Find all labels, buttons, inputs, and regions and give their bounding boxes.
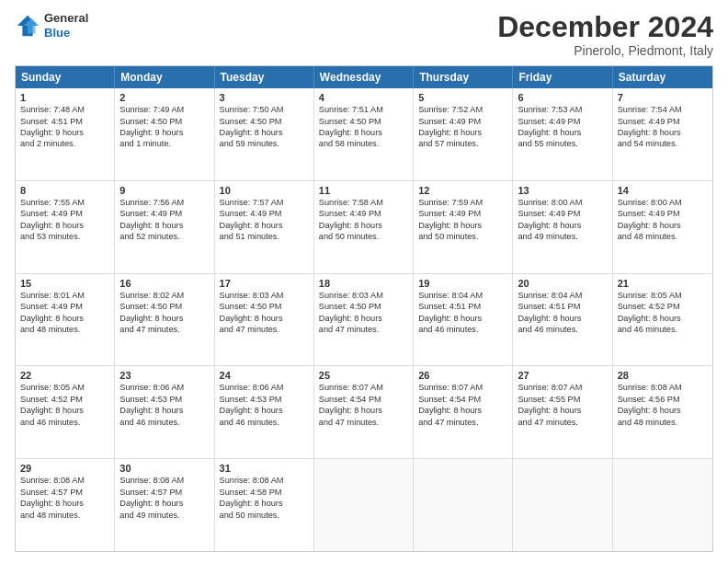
day-17: 17 Sunrise: 8:03 AM Sunset: 4:50 PM Dayl… [215,274,314,366]
month-title: December 2024 [497,11,713,43]
week-row-5: 29 Sunrise: 8:08 AM Sunset: 4:57 PM Dayl… [16,458,712,551]
logo-text: General Blue [44,11,88,40]
day-2: 2 Sunrise: 7:49 AM Sunset: 4:50 PM Dayli… [115,88,214,180]
logo-general: General [44,11,88,26]
day-3: 3 Sunrise: 7:50 AM Sunset: 4:50 PM Dayli… [215,88,314,180]
header-friday: Friday [513,66,612,88]
location: Pinerolo, Piedmont, Italy [497,43,713,58]
day-9: 9 Sunrise: 7:56 AM Sunset: 4:49 PM Dayli… [115,181,214,273]
empty-cell-1 [314,459,414,551]
header-wednesday: Wednesday [314,66,414,88]
day-15: 15 Sunrise: 8:01 AM Sunset: 4:49 PM Dayl… [16,274,115,366]
day-4: 4 Sunrise: 7:51 AM Sunset: 4:50 PM Dayli… [314,88,414,180]
header-sunday: Sunday [16,66,115,88]
page: General Blue December 2024 Pinerolo, Pie… [0,0,728,563]
day-22: 22 Sunrise: 8:05 AM Sunset: 4:52 PM Dayl… [16,366,115,458]
day-12: 12 Sunrise: 7:59 AM Sunset: 4:49 PM Dayl… [414,181,513,273]
day-10: 10 Sunrise: 7:57 AM Sunset: 4:49 PM Dayl… [215,181,314,273]
day-20: 20 Sunrise: 8:04 AM Sunset: 4:51 PM Dayl… [513,274,612,366]
day-24: 24 Sunrise: 8:06 AM Sunset: 4:53 PM Dayl… [215,366,314,458]
title-block: December 2024 Pinerolo, Piedmont, Italy [497,11,713,58]
day-25: 25 Sunrise: 8:07 AM Sunset: 4:54 PM Dayl… [314,366,414,458]
header-tuesday: Tuesday [215,66,314,88]
day-29: 29 Sunrise: 8:08 AM Sunset: 4:57 PM Dayl… [16,459,115,551]
day-13: 13 Sunrise: 8:00 AM Sunset: 4:49 PM Dayl… [513,181,612,273]
week-row-4: 22 Sunrise: 8:05 AM Sunset: 4:52 PM Dayl… [16,365,712,458]
week-row-1: 1 Sunrise: 7:48 AM Sunset: 4:51 PM Dayli… [16,88,712,180]
day-1: 1 Sunrise: 7:48 AM Sunset: 4:51 PM Dayli… [16,88,115,180]
day-30: 30 Sunrise: 8:08 AM Sunset: 4:57 PM Dayl… [115,459,214,551]
day-27: 27 Sunrise: 8:07 AM Sunset: 4:55 PM Dayl… [513,366,612,458]
day-31: 31 Sunrise: 8:08 AM Sunset: 4:58 PM Dayl… [215,459,314,551]
calendar-body: 1 Sunrise: 7:48 AM Sunset: 4:51 PM Dayli… [16,88,712,551]
day-7: 7 Sunrise: 7:54 AM Sunset: 4:49 PM Dayli… [613,88,712,180]
week-row-2: 8 Sunrise: 7:55 AM Sunset: 4:49 PM Dayli… [16,180,712,273]
day-18: 18 Sunrise: 8:03 AM Sunset: 4:50 PM Dayl… [314,274,414,366]
logo: General Blue [15,11,88,40]
header-thursday: Thursday [414,66,513,88]
logo-icon [15,13,40,39]
day-23: 23 Sunrise: 8:06 AM Sunset: 4:53 PM Dayl… [115,366,214,458]
header: General Blue December 2024 Pinerolo, Pie… [15,11,713,58]
calendar: Sunday Monday Tuesday Wednesday Thursday… [15,65,713,552]
day-5: 5 Sunrise: 7:52 AM Sunset: 4:49 PM Dayli… [414,88,513,180]
day-28: 28 Sunrise: 8:08 AM Sunset: 4:56 PM Dayl… [613,366,712,458]
day-14: 14 Sunrise: 8:00 AM Sunset: 4:49 PM Dayl… [613,181,712,273]
empty-cell-4 [613,459,712,551]
day-6: 6 Sunrise: 7:53 AM Sunset: 4:49 PM Dayli… [513,88,612,180]
empty-cell-3 [513,459,612,551]
header-saturday: Saturday [613,66,712,88]
day-8: 8 Sunrise: 7:55 AM Sunset: 4:49 PM Dayli… [16,181,115,273]
empty-cell-2 [414,459,513,551]
calendar-header: Sunday Monday Tuesday Wednesday Thursday… [16,66,712,88]
day-21: 21 Sunrise: 8:05 AM Sunset: 4:52 PM Dayl… [613,274,712,366]
day-19: 19 Sunrise: 8:04 AM Sunset: 4:51 PM Dayl… [414,274,513,366]
day-11: 11 Sunrise: 7:58 AM Sunset: 4:49 PM Dayl… [314,181,414,273]
day-16: 16 Sunrise: 8:02 AM Sunset: 4:50 PM Dayl… [115,274,214,366]
header-monday: Monday [115,66,214,88]
logo-blue: Blue [44,26,88,40]
week-row-3: 15 Sunrise: 8:01 AM Sunset: 4:49 PM Dayl… [16,273,712,366]
day-26: 26 Sunrise: 8:07 AM Sunset: 4:54 PM Dayl… [414,366,513,458]
